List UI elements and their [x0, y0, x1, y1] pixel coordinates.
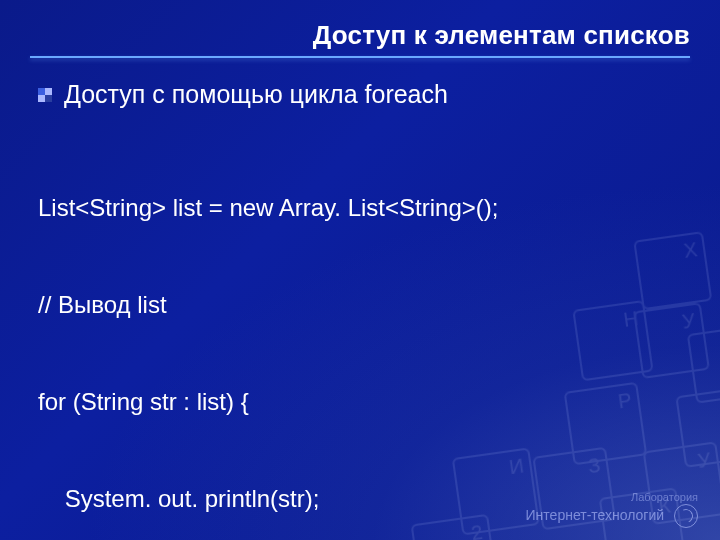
- title-divider: [30, 56, 690, 58]
- bullet-text: Доступ с помощью цикла foreach: [64, 80, 448, 109]
- footer-line1: Лаборатория: [526, 491, 698, 504]
- bg-key: Е: [687, 325, 720, 404]
- footer-line2: Интернет-технологий: [526, 507, 665, 523]
- footer: Лаборатория Интернет-технологий: [526, 491, 698, 528]
- code-line: for (String str : list) {: [38, 386, 690, 418]
- title-bar: Доступ к элементам списков: [0, 20, 720, 57]
- code-line: // Вывод list: [38, 289, 690, 321]
- bullet-row: Доступ с помощью цикла foreach: [38, 80, 690, 109]
- bullet-icon: [38, 88, 52, 102]
- code-block: List<String> list = new Array. List<Stri…: [38, 127, 690, 540]
- logo-icon: [674, 504, 698, 528]
- slide-title: Доступ к элементам списков: [30, 20, 690, 51]
- code-line: List<String> list = new Array. List<Stri…: [38, 192, 690, 224]
- slide-body: Доступ с помощью цикла foreach List<Stri…: [38, 80, 690, 540]
- slide: Доступ к элементам списков Доступ с помо…: [0, 0, 720, 540]
